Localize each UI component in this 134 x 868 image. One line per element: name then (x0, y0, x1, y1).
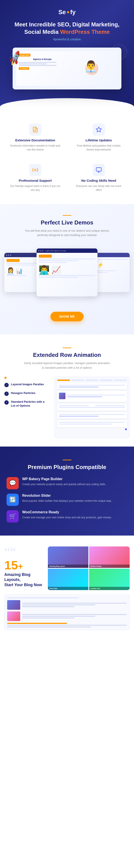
blog-label: Amazing Blog Layouts, Start Your Blog No… (4, 572, 44, 587)
blog-mockup-img-0 (7, 600, 20, 610)
plugin-info-2: WooCommerce Ready Create and manage your… (22, 510, 128, 519)
hero-title-line2: Social Media (25, 29, 59, 35)
svg-rect-6 (96, 167, 101, 171)
hero-title-highlight: WordPress Theme (60, 29, 109, 35)
screen-illustration: 👨‍💼 (83, 60, 100, 77)
screen-cta-button[interactable]: Get Started (19, 67, 29, 70)
check-icon-1: ✓ (4, 392, 9, 396)
screen-line-2 (19, 63, 47, 64)
section-separator (63, 215, 71, 216)
demo-line (6, 275, 26, 276)
blog-mockup-lines-0 (22, 600, 127, 610)
svg-point-5 (35, 169, 36, 170)
era-row-short (59, 386, 98, 388)
blog-left: ““ 15+ Amazing Blog Layouts, Start Your … (4, 547, 44, 587)
plugin-item-2: 🛒 WooCommerce Ready Create and manage yo… (6, 510, 128, 523)
plugin-info-1: Revolution Slider Most popular slider bu… (22, 494, 128, 503)
era-row-line (59, 422, 125, 423)
era-row-line (59, 424, 112, 425)
plugin-desc-1: Most popular slider builder that display… (22, 499, 128, 503)
plugin-name-1: Revolution Slider (22, 494, 128, 498)
demos-showcase: 👩‍💼 📊 Largest SEO Agency in Europe (2, 244, 132, 305)
era-row-short (67, 396, 102, 397)
era-feature-text-1: Hexagon Particles (11, 391, 36, 395)
blog-preview-item-1: Modern Design (89, 547, 130, 568)
plugin-info-0: WP Bakery Page Builder Create your websi… (22, 477, 128, 486)
hero-title-main: Meet Incredible SEO, Digital Marketing, (14, 21, 120, 28)
era-feature-item-0: ✓ Layered Images Parallax (4, 382, 48, 387)
demo-line (39, 277, 78, 278)
demo-line (39, 260, 78, 261)
blog-mockup-line (22, 614, 127, 615)
era-row-0 (57, 383, 127, 389)
blog-mockup-row-1 (7, 612, 127, 621)
era-preview (54, 377, 130, 438)
revolution-icon: 🔃 (6, 494, 19, 506)
logo: Se fy (6, 9, 128, 16)
features-section: Extensive Documentation Extensive inform… (0, 107, 134, 204)
hero-section: Se fy Meet Incredible SEO, Digital Marke… (0, 0, 134, 107)
documentation-icon (29, 123, 41, 136)
feature-title-3: No Coding Skills Need (73, 179, 124, 182)
logo-dot-icon (67, 11, 69, 13)
blog-mockup-line (22, 604, 95, 606)
blog-preview: Amazing Blog Layout Modern Design Clean … (48, 547, 130, 590)
era-features-list: ✓ Layered Images Parallax ✓ Hexagon Part… (4, 377, 48, 412)
features-grid: Extensive Documentation Extensive inform… (6, 120, 128, 195)
orange-accent-dot (4, 377, 6, 379)
plugin-item-0: 💬 WP Bakery Page Builder Create your web… (6, 477, 128, 489)
show-me-button[interactable]: SHOW ME (50, 312, 84, 321)
blog-overlay-text-0: Amazing Blog Layout (49, 565, 87, 567)
era-section: Extended Row Animation Seofy included la… (0, 334, 134, 446)
feature-desc-1: Free lifetime autoupdates that contain t… (73, 144, 124, 152)
mini-dot (6, 255, 7, 256)
plugin-list: 💬 WP Bakery Page Builder Create your web… (6, 477, 128, 523)
demo-main-badge (39, 255, 52, 258)
blog-mockup-line (22, 603, 127, 603)
blog-count: 15 (4, 558, 18, 572)
feature-card-support: Professional Support Our friendly suppor… (6, 160, 64, 195)
mini-dot (42, 250, 43, 251)
blog-overlay-text-1: Modern Design (90, 565, 128, 567)
era-row-line (59, 414, 125, 415)
blog-overlay-3: Creative Grid (89, 587, 130, 590)
blue-dot-decoration (57, 428, 127, 430)
demo-mini-content-main: 👨‍💻 📈 (39, 255, 95, 278)
era-feature-item-2: ✓ Standard Particles with a Lot of Optio… (4, 400, 48, 408)
era-nav-item (114, 379, 127, 381)
plugins-separator (63, 460, 71, 460)
blog-count-wrap: 15+ (4, 559, 44, 571)
blog-overlay-text-3: Creative Grid (90, 588, 128, 589)
era-nav (57, 379, 127, 381)
screen-text-lines (19, 62, 66, 66)
blog-section: ““ 15+ Amazing Blog Layouts, Start Your … (0, 535, 134, 641)
live-demos-section: Perfect Live Demos You will find what yo… (0, 204, 134, 335)
blog-bottom-preview (4, 594, 130, 630)
era-row-3 (57, 412, 127, 418)
era-feature-text-2: Standard Particles with a Lot of Options (11, 400, 48, 408)
blog-label-line2: Start Your Blog Now (4, 583, 42, 587)
plugins-section: Premium Plugins Compatible 💬 WP Bakery P… (0, 446, 134, 535)
blog-right: Amazing Blog Layout Modern Design Clean … (48, 547, 130, 590)
demo-line (39, 275, 95, 276)
blue-accent-dot (125, 428, 127, 430)
blog-mockup-line (22, 616, 95, 617)
era-title: Extended Row Animation (4, 352, 130, 359)
plugin-name-0: WP Bakery Page Builder (22, 477, 128, 481)
hero-title: Meet Incredible SEO, Digital Marketing, … (6, 21, 128, 36)
screen-content: Largest SEO Agency in Europe Get Started (16, 51, 118, 86)
feature-desc-0: Extensive information needed to install … (9, 144, 61, 152)
blog-footer-line (7, 625, 127, 626)
plugin-item-1: 🔃 Revolution Slider Most popular slider … (6, 494, 128, 506)
demo-line (39, 262, 67, 263)
laptop-mockup: Largest SEO Agency in Europe Get Started (13, 48, 121, 89)
era-preview-image (54, 377, 130, 438)
era-row-short (59, 416, 98, 417)
blog-mockup-row-0 (7, 600, 127, 610)
support-icon (29, 164, 41, 176)
demo-mini-header-main: Largest SEO Agency in Europe (37, 248, 97, 253)
screen-left: Largest SEO Agency in Europe Get Started (19, 54, 66, 83)
blog-mockup-line (22, 618, 75, 618)
laptop-screen: Largest SEO Agency in Europe Get Started (16, 51, 118, 86)
blog-mockup-title-line (7, 597, 79, 598)
